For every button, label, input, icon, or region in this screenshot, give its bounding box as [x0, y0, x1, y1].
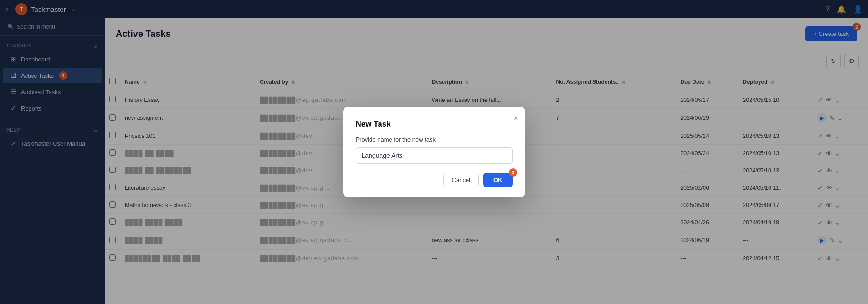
modal-title: New Task	[356, 120, 513, 129]
modal-label: Provide name for the new task	[356, 136, 513, 143]
new-task-modal: New Task × Provide name for the new task…	[343, 107, 525, 197]
ok-badge: 3	[509, 168, 517, 177]
modal-footer: Cancel OK 3	[356, 173, 513, 187]
task-name-input[interactable]	[356, 147, 513, 164]
modal-close-button[interactable]: ×	[514, 114, 518, 122]
cancel-button[interactable]: Cancel	[443, 173, 479, 187]
modal-overlay[interactable]: New Task × Provide name for the new task…	[0, 0, 868, 304]
ok-button[interactable]: OK 3	[483, 173, 513, 187]
